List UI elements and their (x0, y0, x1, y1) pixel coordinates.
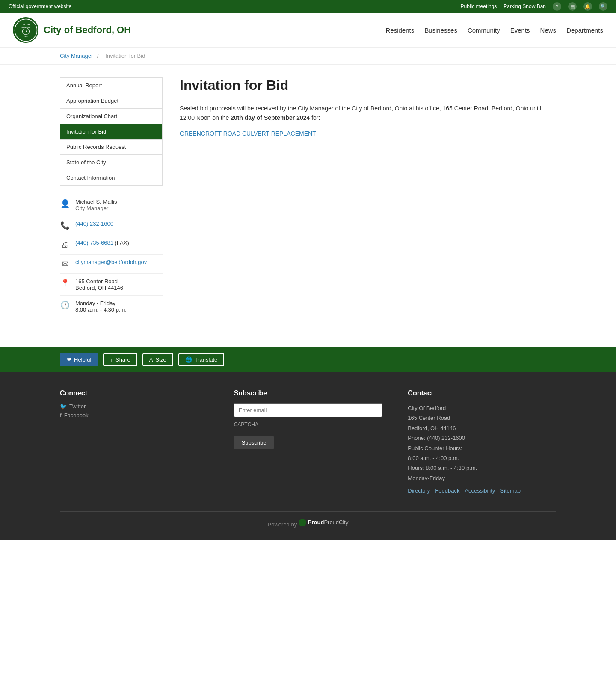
contact-title: City Manager (75, 205, 117, 211)
nav-businesses[interactable]: Businesses (424, 25, 457, 36)
twitter-label: Twitter (69, 403, 86, 410)
email-icon: ✉ (60, 259, 70, 269)
share-icon: ↑ (110, 356, 113, 363)
footer-public-hours: 8:00 a.m. - 4:00 p.m. (408, 453, 556, 463)
powered-by: Powered by ProudProudCity (60, 511, 556, 532)
size-label: Size (155, 356, 166, 363)
sidebar-appropriation-budget[interactable]: Appropriation Budget (60, 93, 162, 109)
culvert-link[interactable]: GREENCROFT ROAD CULVERT REPLACEMENT (180, 130, 316, 137)
nav-community[interactable]: Community (468, 25, 500, 36)
question-icon[interactable]: ? (553, 2, 561, 11)
city-logo: CITY OF BEDFORD ⚜ OHIO (13, 17, 38, 43)
fax-link[interactable]: (440) 735-6681 (75, 240, 113, 246)
proud-city-label: ProudProudCity (308, 519, 349, 526)
share-label: Share (116, 356, 130, 363)
content-body: Sealed bid proposals will be received by… (180, 104, 556, 138)
breadcrumb-parent[interactable]: City Manager (60, 53, 93, 59)
content-area: Invitation for Bid Sealed bid proposals … (180, 77, 556, 317)
sidebar-contact-information[interactable]: Contact Information (60, 170, 162, 185)
footer-contact: Contact City Of Bedford 165 Center Road … (408, 389, 556, 499)
person-icon: 👤 (60, 199, 70, 209)
facebook-link[interactable]: f Facebook (60, 412, 208, 419)
sidebar-annual-report[interactable]: Annual Report (60, 78, 162, 93)
footer-days: Monday-Friday (408, 473, 556, 483)
sidebar-public-records-request[interactable]: Public Records Request (60, 140, 162, 155)
footer-connect: Connect 🐦 Twitter f Facebook (60, 389, 208, 499)
nav-departments[interactable]: Departments (566, 25, 603, 36)
location-icon: 📍 (60, 278, 70, 288)
contact-phone-row: 📞 (440) 232-1600 (60, 216, 163, 235)
official-label: Official government website (9, 3, 71, 9)
contact-hours-info: Monday - Friday 8:00 a.m. - 4:30 p.m. (75, 300, 127, 313)
translate-button[interactable]: 🌐 Translate (178, 353, 225, 366)
footer-bottom-links: Directory Feedback Accessibility Sitemap (408, 486, 556, 498)
public-meetings-link[interactable]: Public meetings (461, 3, 497, 9)
twitter-link[interactable]: 🐦 Twitter (60, 403, 208, 410)
bold-date: 20th day of September 2024 (231, 114, 310, 121)
footer-city: Bedford, OH 44146 (408, 423, 556, 433)
nav-news[interactable]: News (540, 25, 557, 36)
fax-label: (FAX) (115, 240, 129, 246)
phone-icon: 📞 (60, 220, 70, 231)
hours-days: Monday - Friday (75, 300, 127, 306)
svg-text:CITY OF: CITY OF (21, 23, 30, 26)
body-text2: for: (310, 114, 320, 121)
sidebar-state-of-city[interactable]: State of the City (60, 155, 162, 170)
breadcrumb: City Manager / Invitation for Bid (0, 48, 616, 65)
contact-hours-row: 🕐 Monday - Friday 8:00 a.m. - 4:30 p.m. (60, 296, 163, 317)
site-logo: CITY OF BEDFORD ⚜ OHIO City of Bedford, … (13, 17, 131, 43)
contact-person-info: Michael S. Mallis City Manager (75, 199, 117, 211)
contact-name: Michael S. Mallis (75, 199, 117, 205)
powered-by-label: Powered by (268, 521, 297, 528)
nav-residents[interactable]: Residents (385, 25, 414, 36)
subscribe-heading: Subscribe (234, 389, 382, 397)
sidebar-invitation-for-bid[interactable]: Invitation for Bid (60, 124, 162, 140)
email-link[interactable]: citymanager@bedfordoh.gov (75, 259, 147, 265)
contact-heading: Contact (408, 389, 556, 397)
contact-fax-info: (440) 735-6681 (FAX) (75, 240, 129, 246)
directory-link[interactable]: Directory (408, 486, 430, 496)
accessibility-link[interactable]: Accessibility (465, 486, 495, 496)
footer-public-hours-label: Public Counter Hours: (408, 443, 556, 453)
footer-org: City Of Bedford (408, 403, 556, 413)
proud-city-icon (299, 519, 306, 526)
site-title: City of Bedford, OH (44, 24, 131, 36)
top-bar: Official government website Public meeti… (0, 0, 616, 13)
city-label: ProudCity (324, 519, 348, 526)
size-button[interactable]: A Size (142, 353, 173, 366)
proud-city-logo: ProudProudCity (299, 519, 349, 526)
clock-icon: 🕐 (60, 300, 70, 310)
fax-icon: 🖨 (60, 240, 70, 250)
hours-time: 8:00 a.m. - 4:30 p.m. (75, 306, 127, 313)
contact-address-info: 165 Center Road Bedford, OH 44146 (75, 278, 123, 291)
phone-link[interactable]: (440) 232-1600 (75, 220, 113, 227)
breadcrumb-separator: / (97, 53, 100, 59)
contact-email-info: citymanager@bedfordoh.gov (75, 259, 147, 265)
contact-fax-row: 🖨 (440) 735-6681 (FAX) (60, 235, 163, 255)
subscribe-button[interactable]: Subscribe (234, 436, 274, 449)
feedback-link[interactable]: Feedback (435, 486, 459, 496)
footer-contact-text: City Of Bedford 165 Center Road Bedford,… (408, 403, 556, 499)
translate-icon: 🌐 (185, 356, 192, 363)
email-input[interactable] (234, 403, 382, 417)
search-icon[interactable]: 🔍 (599, 2, 607, 11)
footer-toolbar: ❤ Helpful ↑ Share A Size 🌐 Translate (0, 347, 616, 372)
sitemap-link[interactable]: Sitemap (500, 486, 521, 496)
heart-icon: ❤ (67, 356, 71, 363)
sidebar: Annual Report Appropriation Budget Organ… (60, 77, 163, 317)
helpful-button[interactable]: ❤ Helpful (60, 353, 98, 366)
sidebar-menu: Annual Report Appropriation Budget Organ… (60, 77, 163, 186)
twitter-icon: 🐦 (60, 403, 67, 410)
svg-text:OHIO: OHIO (24, 36, 28, 38)
nav-events[interactable]: Events (510, 25, 530, 36)
helpful-label: Helpful (74, 356, 91, 363)
address-line2: Bedford, OH 44146 (75, 285, 123, 291)
card-icon[interactable]: ▤ (568, 2, 577, 11)
contact-address-row: 📍 165 Center Road Bedford, OH 44146 (60, 274, 163, 296)
address-line1: 165 Center Road (75, 278, 123, 285)
bell-icon[interactable]: 🔔 (583, 2, 592, 11)
sidebar-organizational-chart[interactable]: Organizational Chart (60, 109, 162, 124)
content-link-paragraph: GREENCROFT ROAD CULVERT REPLACEMENT (180, 129, 556, 138)
parking-snow-ban-link[interactable]: Parking Snow Ban (503, 3, 546, 9)
share-button[interactable]: ↑ Share (103, 353, 137, 366)
